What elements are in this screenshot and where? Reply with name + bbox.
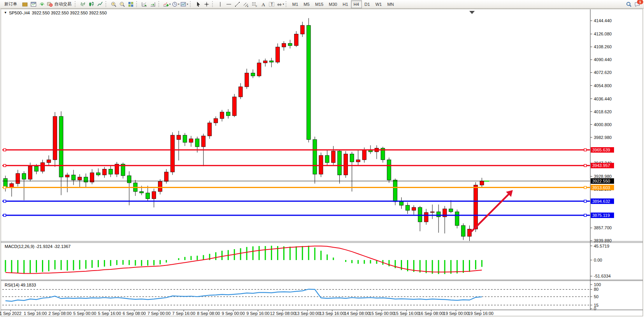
chart-title: ▼ SP500-,H4 3922.550 3922.550 3922.550 3…: [4, 11, 107, 15]
rsi-scale-label: 80: [594, 287, 598, 292]
time-tick-label: 16 Sep 08:00: [418, 311, 444, 316]
macd-scale-label: 0.00: [594, 258, 602, 262]
support-line-1-handle[interactable]: [584, 200, 586, 202]
svg-text:A: A: [261, 2, 265, 7]
crosshair-icon: [204, 1, 210, 7]
search-icon[interactable]: [625, 0, 633, 8]
community-chat-icon[interactable]: 1: [633, 0, 642, 8]
chevron-down-icon[interactable]: ▾: [187, 3, 188, 6]
current-tick-marker: [484, 181, 489, 181]
time-tick-label: 1 Sep 2022: [0, 311, 21, 316]
time-tick-label: 5 Sep 16:00: [98, 311, 121, 316]
cursor-icon[interactable]: [194, 0, 202, 8]
rsi-label: RSI(14) 49.1833: [5, 283, 36, 287]
toolbar-separator: [212, 1, 215, 7]
trendline-icon: [234, 1, 240, 7]
horizontal-line-icon: [226, 1, 232, 7]
timeframe-button-m15[interactable]: M15: [312, 0, 326, 8]
tile-windows-icon[interactable]: [126, 0, 135, 8]
toolbar-separator: [75, 1, 77, 7]
new-chart-icon[interactable]: [29, 0, 38, 8]
text-label-icon[interactable]: T: [267, 0, 276, 8]
resistance-line-2-handle[interactable]: [4, 164, 6, 167]
trendline-icon[interactable]: [233, 0, 242, 8]
resistance-line-1-handle[interactable]: [584, 149, 586, 151]
price-tick-label: 4126.080: [594, 32, 612, 36]
timeframe-button-w1[interactable]: W1: [373, 0, 385, 8]
auto-scroll-icon[interactable]: [140, 0, 149, 8]
chevron-down-icon[interactable]: ▾: [283, 3, 284, 6]
chart-shift-icon[interactable]: [149, 0, 157, 8]
periods-clock-icon[interactable]: ▾: [171, 0, 180, 8]
fibonacci-icon[interactable]: F: [250, 0, 259, 8]
symbol-dropdown-icon[interactable]: ▼: [4, 11, 7, 14]
equidistant-channel-icon[interactable]: E: [242, 0, 250, 8]
signal-icon[interactable]: [38, 0, 46, 8]
time-tick-label: 12 Sep 08:00: [270, 311, 295, 316]
toolbar-separator: [158, 1, 161, 7]
notification-badge: 1: [637, 0, 643, 4]
pivot-line-handle[interactable]: [584, 186, 586, 189]
candlestick-chart-icon: [88, 1, 95, 7]
text-label-icon: T: [268, 1, 275, 7]
price-tick-label: 4072.620: [594, 70, 612, 75]
gold-bars-icon[interactable]: [21, 0, 29, 8]
time-tick-label: 7 Sep 16:00: [172, 311, 195, 316]
time-tick-label: 7 Sep 00:00: [147, 311, 170, 316]
time-tick-label: 6 Sep 08:00: [123, 311, 146, 316]
support-line-1-handle[interactable]: [4, 200, 6, 202]
cursor-icon: [195, 1, 201, 7]
support-line-2-handle[interactable]: [4, 214, 6, 216]
candlestick-chart-icon[interactable]: [87, 0, 96, 8]
price-tick-label: 3928.980: [594, 174, 612, 179]
zoom-out-icon[interactable]: [118, 0, 126, 8]
timeframe-button-m5[interactable]: M5: [301, 0, 312, 8]
indicators-icon[interactable]: ▾: [162, 0, 171, 8]
macd-scale-label: -51.6334: [594, 274, 611, 278]
price-tick-label: 3857.700: [594, 225, 612, 230]
time-tick-label: 8 Sep 08:00: [197, 311, 220, 316]
timeframe-button-mn[interactable]: MN: [384, 0, 397, 8]
timeframe-button-m1[interactable]: M1: [290, 0, 301, 8]
bar-chart-icon[interactable]: [79, 0, 87, 8]
arrows-icon[interactable]: ▾: [276, 0, 285, 8]
chevron-down-icon[interactable]: ▾: [178, 3, 180, 6]
timeframe-button-h4[interactable]: H4: [351, 0, 362, 8]
time-tick-label: 9 Sep 00:00: [222, 311, 245, 316]
svg-text:E: E: [247, 5, 248, 7]
price-tick-label: 4090.440: [594, 57, 612, 62]
resistance-line-1-handle[interactable]: [4, 149, 6, 151]
templates-icon[interactable]: ▾: [180, 0, 189, 8]
time-tick-label: 13 Sep 00:00: [295, 311, 320, 316]
vertical-line-icon[interactable]: [216, 0, 225, 8]
line-chart-icon[interactable]: [96, 0, 104, 8]
timeframe-button-h1[interactable]: H1: [340, 0, 351, 8]
timeframe-button-m30[interactable]: M30: [326, 0, 340, 8]
price-tick-label: 4018.620: [594, 109, 612, 114]
toolbar-separator: [190, 1, 193, 7]
timeframe-button-d1[interactable]: D1: [362, 0, 373, 8]
autotrading-button[interactable]: 自动交易: [46, 0, 74, 8]
resistance-line-2-handle[interactable]: [584, 164, 586, 167]
resistance-line-1-price-tag-label: 3965.639: [592, 148, 610, 152]
price-tick-label: 4054.800: [594, 83, 612, 88]
price-tick-label: 4000.800: [594, 122, 612, 127]
chevron-down-icon[interactable]: ▾: [169, 3, 171, 6]
pivot-line-price-tag-label: 3913.603: [592, 185, 610, 190]
zoom-in-icon[interactable]: [109, 0, 118, 8]
bar-chart-icon: [80, 1, 86, 7]
text-icon[interactable]: A: [259, 0, 267, 8]
symbol-timeframe-label: SP500-,H4: [9, 11, 30, 15]
pivot-line-handle[interactable]: [4, 186, 6, 189]
auto-scroll-icon: [141, 1, 147, 7]
crosshair-icon[interactable]: [202, 0, 211, 8]
time-axis: 1 Sep 20221 Sep 16:002 Sep 08:005 Sep 00…: [0, 310, 493, 316]
support-line-2-price-tag-label: 3875.119: [592, 213, 610, 218]
horizontal-line-icon[interactable]: [225, 0, 233, 8]
new-order-button[interactable]: 新订单: [1, 0, 21, 8]
chart-canvas[interactable]: 4144.4404126.0804108.2604090.4404072.620…: [0, 0, 644, 320]
price-tick-label: 4036.440: [594, 97, 612, 101]
time-tick-label: 15 Sep 16:00: [394, 311, 419, 316]
price-tick-label: 4144.440: [594, 18, 612, 23]
support-line-2-handle[interactable]: [584, 214, 586, 216]
